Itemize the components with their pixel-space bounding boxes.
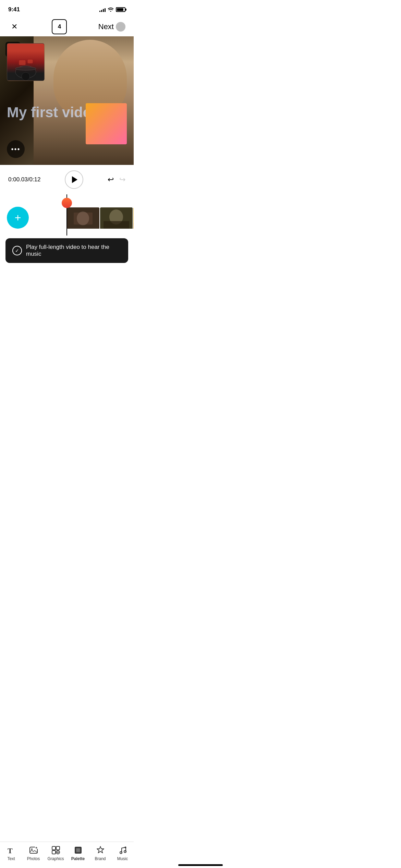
svg-point-1 [15, 67, 36, 70]
play-icon [72, 176, 77, 183]
thumbnail-inner [7, 44, 44, 81]
play-button[interactable] [65, 170, 83, 189]
thumbnail-frame-3 [133, 207, 134, 229]
status-bar: 9:41 [0, 0, 134, 17]
layer-count-badge[interactable]: 4 [52, 19, 67, 34]
toast-notification: ✓ Play full-length video to hear the mus… [5, 238, 128, 263]
next-circle-icon [116, 22, 125, 32]
next-label: Next [98, 22, 114, 31]
top-nav: ✕ 4 Next [0, 17, 134, 36]
signal-icon [99, 7, 106, 12]
svg-rect-4 [27, 59, 33, 63]
next-button[interactable]: Next [98, 22, 125, 32]
svg-point-2 [22, 72, 30, 81]
close-icon: ✕ [11, 22, 17, 31]
redo-button[interactable]: ↪ [119, 175, 125, 184]
timeline-scrubber[interactable] [62, 198, 72, 208]
color-block [86, 103, 127, 144]
status-time: 9:41 [8, 6, 20, 13]
undo-redo-controls: ↩ ↪ [108, 175, 125, 184]
toast-message: Play full-length video to hear the music [26, 244, 121, 257]
add-icon: + [15, 212, 21, 223]
close-button[interactable]: ✕ [8, 21, 21, 33]
svg-rect-13 [133, 223, 134, 229]
add-button[interactable]: + [7, 207, 29, 229]
more-options-button[interactable]: ••• [7, 140, 25, 158]
svg-point-7 [77, 212, 89, 225]
toast-check-icon: ✓ [12, 246, 22, 255]
status-icons [99, 7, 125, 13]
thumbnail-overlay [7, 43, 45, 81]
svg-rect-10 [104, 221, 129, 229]
video-preview: ⬡ My first video ••• [0, 36, 134, 165]
svg-rect-3 [19, 60, 26, 65]
thumbnail-frame-2 [100, 207, 133, 229]
undo-button[interactable]: ↩ [108, 175, 114, 184]
battery-icon [116, 7, 125, 12]
playback-controls: 0:00.03/0:12 ↩ ↪ [8, 170, 125, 189]
wifi-icon [108, 7, 114, 13]
time-display: 0:00.03/0:12 [8, 176, 41, 183]
checkmark-icon: ✓ [15, 248, 19, 253]
playback-section: 0:00.03/0:12 ↩ ↪ [0, 165, 134, 192]
more-options-icon: ••• [11, 145, 20, 153]
thumbnail-frame-1 [67, 207, 99, 229]
video-background: ⬡ My first video ••• [0, 36, 134, 165]
timeline-section[interactable]: + [0, 194, 134, 236]
